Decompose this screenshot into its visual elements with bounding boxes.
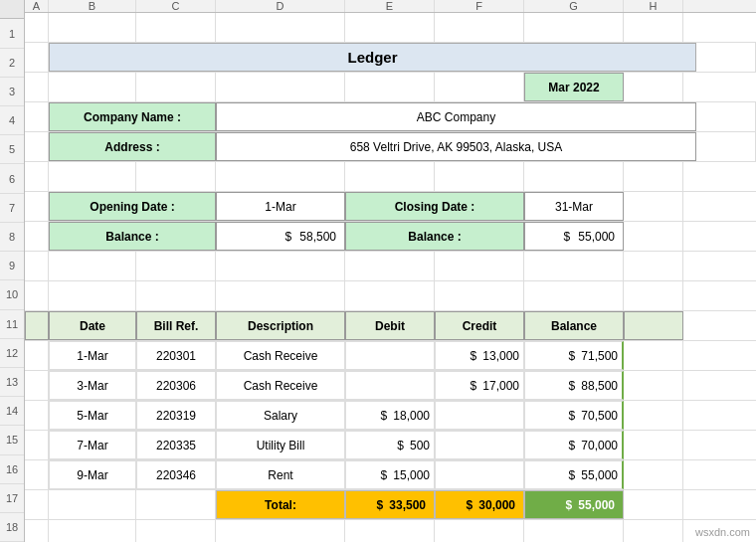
bal-cur-14: $ bbox=[569, 409, 576, 423]
debit-cur-15: $ bbox=[397, 439, 404, 452]
cell-3h bbox=[624, 73, 683, 101]
row-num-15: 15 bbox=[0, 426, 24, 454]
closing-balance-currency: $ bbox=[564, 230, 571, 244]
cell-14-date: 5-Mar bbox=[49, 401, 136, 430]
credit-val-12: 13,000 bbox=[482, 349, 519, 363]
cell-18a bbox=[25, 520, 49, 542]
cell-16-credit bbox=[435, 460, 524, 489]
bal-val-13: 88,500 bbox=[581, 379, 618, 393]
cell-14h bbox=[624, 401, 683, 430]
th-bill: Bill Ref. bbox=[136, 311, 216, 340]
row-numbers-column: 1 2 3 4 5 6 7 8 9 10 11 12 13 14 15 16 1… bbox=[0, 0, 25, 542]
cell-6f bbox=[435, 162, 524, 191]
cell-11a bbox=[25, 311, 49, 340]
cell-13h bbox=[624, 371, 683, 400]
cell-5a bbox=[25, 132, 49, 161]
cell-9c bbox=[136, 252, 216, 280]
cell-1d bbox=[216, 13, 345, 42]
cell-15-credit bbox=[435, 431, 524, 459]
cell-12-desc: Cash Receive bbox=[216, 341, 345, 370]
cell-1b bbox=[49, 13, 136, 42]
row-17-totals: Total: $ 33,500 $ 30,000 $ 55,000 bbox=[25, 490, 756, 520]
total-debit-val: 33,500 bbox=[389, 498, 426, 512]
cell-14-desc: Salary bbox=[216, 401, 345, 430]
cell-16-bill: 220346 bbox=[136, 460, 216, 489]
opening-date-label: Opening Date : bbox=[49, 192, 216, 221]
cell-14-credit bbox=[435, 401, 524, 430]
cell-13a bbox=[25, 371, 49, 400]
cell-11h bbox=[624, 311, 683, 340]
cell-15h bbox=[624, 431, 683, 459]
bal-cur-16: $ bbox=[569, 468, 576, 482]
cell-10d bbox=[216, 281, 345, 310]
row-5: Address : 658 Veltri Drive, AK 99503, Al… bbox=[25, 132, 756, 162]
debit-cur-16: $ bbox=[381, 468, 388, 482]
cell-5h bbox=[696, 132, 756, 161]
company-name-value: ABC Company bbox=[216, 102, 696, 131]
cell-12-date: 1-Mar bbox=[49, 341, 136, 370]
cell-6a bbox=[25, 162, 49, 191]
row-num-7: 7 bbox=[0, 194, 24, 223]
row-num-2: 2 bbox=[0, 49, 24, 78]
col-header-g: G bbox=[524, 0, 624, 12]
row-16: 9-Mar 220346 Rent $ 15,000 $ 55,000 bbox=[25, 460, 756, 490]
opening-balance-currency: $ bbox=[285, 230, 292, 244]
cell-1h bbox=[624, 13, 683, 42]
cell-17b bbox=[49, 490, 136, 519]
row-num-16: 16 bbox=[0, 455, 24, 484]
company-name-label: Company Name : bbox=[49, 102, 216, 131]
cell-16-desc: Rent bbox=[216, 460, 345, 489]
cell-6h bbox=[624, 162, 683, 191]
cell-12h bbox=[624, 341, 683, 370]
cell-1e bbox=[345, 13, 435, 42]
cell-18b bbox=[49, 520, 136, 542]
cell-15-date: 7-Mar bbox=[49, 431, 136, 459]
cell-10f bbox=[435, 281, 524, 310]
spreadsheet: 1 2 3 4 5 6 7 8 9 10 11 12 13 14 15 16 1… bbox=[0, 0, 756, 542]
debit-cur-14: $ bbox=[381, 409, 388, 423]
th-debit: Debit bbox=[345, 311, 435, 340]
cell-2a bbox=[25, 43, 49, 72]
cell-9a bbox=[25, 252, 49, 280]
col-header-b: B bbox=[49, 0, 136, 12]
cell-13-balance: $ 88,500 bbox=[524, 371, 624, 400]
grid-area: A B C D E F G H bbox=[25, 0, 756, 542]
closing-balance-value: $ 55,000 bbox=[524, 222, 624, 251]
address-value: 658 Veltri Drive, AK 99503, Alaska, USA bbox=[216, 132, 696, 161]
cell-9h bbox=[624, 252, 683, 280]
cell-10g bbox=[524, 281, 624, 310]
corner-header bbox=[0, 0, 24, 19]
col-header-h: H bbox=[624, 0, 683, 12]
cell-12-debit bbox=[345, 341, 435, 370]
cell-9b bbox=[49, 252, 136, 280]
debit-val-14: 18,000 bbox=[393, 409, 430, 423]
cell-9e bbox=[345, 252, 435, 280]
cell-13-date: 3-Mar bbox=[49, 371, 136, 400]
row-num-11: 11 bbox=[0, 310, 24, 339]
row-num-18: 18 bbox=[0, 513, 24, 542]
cell-9d bbox=[216, 252, 345, 280]
row-3: Mar 2022 bbox=[25, 73, 756, 102]
cell-14-bill: 220319 bbox=[136, 401, 216, 430]
totals-debit: $ 33,500 bbox=[345, 490, 435, 519]
cell-14a bbox=[25, 401, 49, 430]
bal-val-14: 70,500 bbox=[581, 409, 618, 423]
opening-date-value: 1-Mar bbox=[216, 192, 345, 221]
th-date: Date bbox=[49, 311, 136, 340]
opening-balance-amount: 58,500 bbox=[299, 230, 336, 244]
col-header-a: A bbox=[25, 0, 49, 12]
bal-val-16: 55,000 bbox=[581, 468, 618, 482]
col-header-f: F bbox=[435, 0, 524, 12]
totals-label: Total: bbox=[216, 490, 345, 519]
closing-date-value: 31-Mar bbox=[524, 192, 624, 221]
cell-12-credit: $ 13,000 bbox=[435, 341, 524, 370]
cell-13-bill: 220306 bbox=[136, 371, 216, 400]
cell-8a bbox=[25, 222, 49, 251]
totals-balance: $ 55,000 bbox=[524, 490, 624, 519]
cell-18c bbox=[136, 520, 216, 542]
row-num-12: 12 bbox=[0, 339, 24, 368]
row-13: 3-Mar 220306 Cash Receive $ 17,000 $ 88,… bbox=[25, 371, 756, 401]
bal-cur-15: $ bbox=[569, 439, 576, 452]
cell-12-balance: $ 71,500 bbox=[524, 341, 624, 370]
col-header-e: E bbox=[345, 0, 435, 12]
